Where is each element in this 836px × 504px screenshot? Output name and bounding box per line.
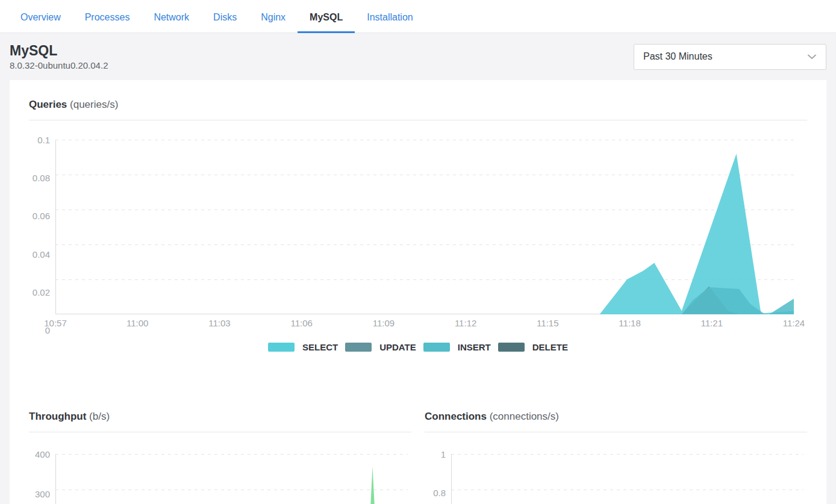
legend-item-update[interactable]: UPDATE [345, 342, 416, 352]
queries-chart-section: Queries (queries/s) 0.10.080.060.040.020… [29, 98, 807, 352]
queries-series-select [55, 154, 794, 314]
throughput-series-throughput [55, 467, 408, 504]
legend-item-delete[interactable]: DELETE [498, 342, 568, 352]
chart-title-text: Connections [425, 411, 487, 422]
y-tick-label: 1 [441, 449, 446, 459]
time-range-value: Past 30 Minutes [643, 51, 713, 62]
queries-legend: SELECTUPDATEINSERTDELETE [29, 342, 807, 352]
legend-label: INSERT [458, 342, 491, 352]
tab-nginx[interactable]: Nginx [249, 2, 298, 33]
connections-chart-section: Connections (connections/s) 10.80.60.40.… [425, 410, 807, 504]
tab-processes[interactable]: Processes [73, 2, 142, 33]
chart-title-text: Queries [29, 99, 67, 110]
chevron-down-icon [806, 51, 817, 62]
chart-title-unit: (queries/s) [70, 99, 118, 110]
legend-item-insert[interactable]: INSERT [423, 342, 491, 352]
y-tick-label: 0.06 [33, 211, 50, 221]
tab-mysql[interactable]: MySQL [298, 2, 355, 33]
x-tick-label: 11:24 [783, 318, 805, 328]
legend-swatch-select [268, 343, 295, 352]
x-tick-label: 11:18 [619, 318, 640, 328]
queries-chart-title: Queries (queries/s) [29, 98, 807, 111]
queries-chart: 0.10.080.060.040.020 10:5711:0011:0311:0… [29, 140, 807, 330]
connections-chart-title: Connections (connections/s) [425, 410, 807, 423]
throughput-chart-section: Throughput (b/s) 4003002001000 [29, 410, 411, 504]
chart-title-unit: (b/s) [89, 411, 110, 422]
chart-title-text: Throughput [29, 411, 86, 422]
throughput-plot-area[interactable] [55, 454, 408, 504]
y-tick-label: 0.8 [433, 488, 446, 498]
legend-label: UPDATE [379, 342, 416, 352]
legend-swatch-insert [423, 343, 450, 352]
page-title: MySQL [10, 43, 108, 58]
y-tick-label: 400 [35, 449, 50, 459]
tab-installation[interactable]: Installation [355, 2, 425, 33]
x-tick-label: 11:09 [373, 318, 395, 328]
top-tab-bar: Overview Processes Network Disks Nginx M… [0, 0, 836, 33]
x-tick-label: 11:03 [208, 318, 230, 328]
throughput-chart-title: Throughput (b/s) [29, 410, 411, 423]
page-header: MySQL 8.0.32-0ubuntu0.20.04.2 Past 30 Mi… [0, 33, 836, 80]
legend-item-select[interactable]: SELECT [268, 342, 338, 352]
legend-label: DELETE [532, 342, 568, 352]
mysql-charts-card: Queries (queries/s) 0.10.080.060.040.020… [10, 80, 826, 504]
throughput-chart-svg [55, 454, 408, 504]
queries-plot-area[interactable] [55, 140, 794, 314]
legend-swatch-update [345, 343, 372, 352]
y-tick-label: 300 [35, 488, 50, 499]
legend-label: SELECT [302, 342, 338, 352]
queries-y-axis-labels: 0.10.080.060.040.020 [29, 140, 55, 330]
tab-disks[interactable]: Disks [201, 2, 249, 33]
y-tick-label: 0.02 [33, 287, 50, 297]
divider [425, 432, 807, 432]
connections-chart-svg [451, 454, 803, 504]
connections-y-axis-labels: 10.80.60.40.20 [425, 454, 451, 504]
y-tick-label: 0.08 [33, 173, 50, 183]
x-tick-label: 11:00 [126, 318, 148, 328]
x-tick-label: 11:12 [455, 318, 476, 328]
connections-plot-area[interactable] [451, 454, 803, 504]
throughput-chart: 4003002001000 [29, 454, 411, 504]
x-tick-label: 11:06 [290, 318, 312, 328]
queries-x-axis-labels: 10:5711:0011:0311:0611:0911:1211:1511:18… [55, 318, 794, 330]
throughput-y-axis-labels: 4003002001000 [29, 454, 55, 504]
x-tick-label: 11:21 [701, 318, 723, 328]
y-tick-label: 0.04 [33, 249, 50, 259]
tab-overview[interactable]: Overview [8, 2, 73, 33]
divider [29, 432, 411, 432]
y-tick-label: 0.1 [37, 135, 50, 145]
tab-network[interactable]: Network [142, 2, 201, 33]
x-tick-label: 10:57 [44, 318, 67, 328]
page-title-block: MySQL 8.0.32-0ubuntu0.20.04.2 [10, 43, 108, 70]
mysql-version-text: 8.0.32-0ubuntu0.20.04.2 [10, 60, 108, 70]
queries-chart-svg [55, 140, 794, 314]
time-range-select[interactable]: Past 30 Minutes [634, 44, 826, 70]
divider [29, 120, 807, 120]
x-tick-label: 11:15 [537, 318, 558, 328]
connections-chart: 10.80.60.40.20 [425, 454, 807, 504]
legend-swatch-delete [498, 343, 525, 352]
bottom-charts-row: Throughput (b/s) 4003002001000 Connectio… [29, 410, 807, 504]
chart-title-unit: (connections/s) [490, 411, 559, 422]
